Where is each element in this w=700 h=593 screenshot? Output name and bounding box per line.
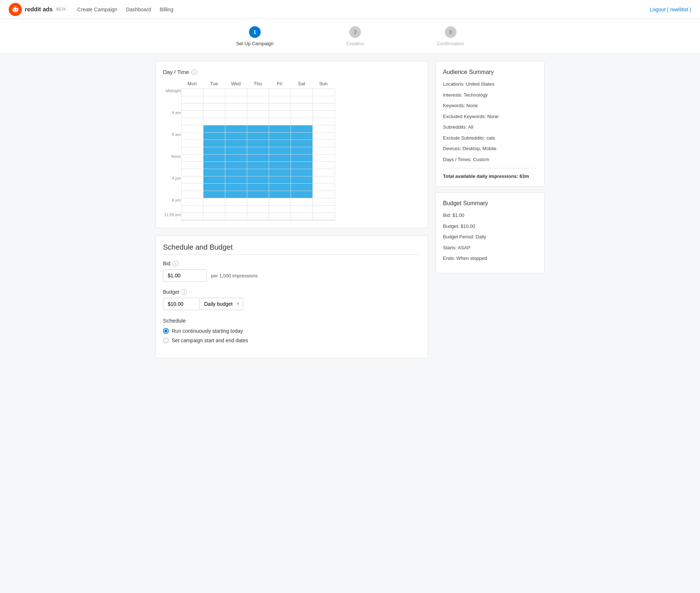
grid-cell[interactable] [225, 176, 247, 184]
grid-cell[interactable] [291, 125, 313, 133]
grid-cell[interactable] [225, 147, 247, 155]
grid-cell[interactable] [182, 147, 203, 155]
grid-cell[interactable] [269, 147, 291, 155]
grid-cell[interactable] [225, 191, 247, 198]
grid-cell[interactable] [182, 96, 203, 104]
grid-cell[interactable] [182, 213, 203, 220]
grid-cell[interactable] [247, 213, 269, 220]
grid-cell[interactable] [247, 104, 269, 111]
grid-cell[interactable] [269, 206, 291, 213]
grid-cell[interactable] [313, 96, 335, 104]
grid-cell[interactable] [313, 111, 335, 118]
grid-cell[interactable] [291, 169, 313, 176]
grid-cell[interactable] [291, 118, 313, 125]
grid-cell[interactable] [225, 206, 247, 213]
grid-cell[interactable] [269, 96, 291, 104]
grid-cell[interactable] [269, 176, 291, 184]
grid-cell[interactable] [313, 125, 335, 133]
grid-cell[interactable] [203, 118, 225, 125]
grid-cell[interactable] [291, 176, 313, 184]
grid-cell[interactable] [203, 125, 225, 133]
grid-cell[interactable] [313, 213, 335, 220]
day-time-info-icon[interactable]: i [191, 69, 197, 75]
grid-cell[interactable] [291, 162, 313, 169]
grid-cell[interactable] [313, 191, 335, 198]
grid-cell[interactable] [225, 96, 247, 104]
nav-logout[interactable]: Logout ( nwelitist ) [650, 7, 691, 12]
grid-cell[interactable] [291, 191, 313, 198]
grid-cell[interactable] [203, 140, 225, 147]
grid-cell[interactable] [313, 155, 335, 162]
grid-cell[interactable] [269, 133, 291, 140]
radio-btn-1[interactable] [163, 328, 169, 334]
grid-cell[interactable] [247, 155, 269, 162]
grid-cell[interactable] [313, 184, 335, 191]
grid-cell[interactable] [203, 147, 225, 155]
grid-cell[interactable] [203, 184, 225, 191]
grid-cell[interactable] [247, 184, 269, 191]
grid-cell[interactable] [203, 111, 225, 118]
grid-cell[interactable] [182, 198, 203, 206]
grid-cell[interactable] [269, 162, 291, 169]
nav-billing[interactable]: Billing [160, 7, 173, 12]
grid-cell[interactable] [291, 89, 313, 96]
grid-cell[interactable] [247, 176, 269, 184]
grid-cell[interactable] [247, 89, 269, 96]
grid-cell[interactable] [247, 133, 269, 140]
bid-info-icon[interactable]: i [172, 261, 178, 266]
grid-cell[interactable] [291, 133, 313, 140]
grid-cell[interactable] [203, 155, 225, 162]
grid-cell[interactable] [291, 147, 313, 155]
grid-cell[interactable] [182, 206, 203, 213]
grid-cell[interactable] [269, 191, 291, 198]
grid-cell[interactable] [203, 206, 225, 213]
grid-cell[interactable] [182, 118, 203, 125]
nav-dashboard[interactable]: Dashboard [126, 7, 151, 12]
radio-set-dates[interactable]: Set campaign start and end dates [163, 338, 420, 343]
grid-cell[interactable] [225, 89, 247, 96]
grid-cell[interactable] [225, 118, 247, 125]
grid-cell[interactable] [291, 111, 313, 118]
grid-cell[interactable] [182, 191, 203, 198]
grid-cell[interactable] [291, 155, 313, 162]
grid-cell[interactable] [182, 169, 203, 176]
grid-cell[interactable] [269, 118, 291, 125]
grid-cell[interactable] [225, 169, 247, 176]
grid-cell[interactable] [182, 104, 203, 111]
grid-cell[interactable] [291, 213, 313, 220]
grid-cell[interactable] [269, 125, 291, 133]
bid-input[interactable] [163, 269, 207, 282]
grid-cell[interactable] [247, 198, 269, 206]
nav-create-campaign[interactable]: Create Campaign [77, 7, 117, 12]
grid-cell[interactable] [182, 111, 203, 118]
grid-cell[interactable] [182, 184, 203, 191]
budget-amount-input[interactable] [163, 298, 199, 310]
grid-cell[interactable] [225, 140, 247, 147]
grid-cell[interactable] [247, 96, 269, 104]
grid-cell[interactable] [247, 191, 269, 198]
grid-cell[interactable] [247, 147, 269, 155]
grid-cell[interactable] [182, 155, 203, 162]
grid-cell[interactable] [182, 133, 203, 140]
grid-cell[interactable] [291, 184, 313, 191]
grid-cell[interactable] [203, 198, 225, 206]
grid-cell[interactable] [225, 104, 247, 111]
grid-cell[interactable] [247, 206, 269, 213]
grid-cell[interactable] [182, 176, 203, 184]
grid-cell[interactable] [269, 155, 291, 162]
grid-cell[interactable] [291, 206, 313, 213]
grid-cell[interactable] [203, 104, 225, 111]
grid-cell[interactable] [269, 111, 291, 118]
grid-cell[interactable] [313, 206, 335, 213]
grid-cell[interactable] [313, 140, 335, 147]
grid-cell[interactable] [225, 162, 247, 169]
grid-cell[interactable] [269, 140, 291, 147]
grid-cell[interactable] [203, 169, 225, 176]
grid-cell[interactable] [225, 213, 247, 220]
grid-cell[interactable] [247, 140, 269, 147]
grid-cell[interactable] [203, 213, 225, 220]
grid-cell[interactable] [291, 140, 313, 147]
grid-cell[interactable] [313, 118, 335, 125]
grid-cell[interactable] [203, 96, 225, 104]
grid-cell[interactable] [291, 96, 313, 104]
